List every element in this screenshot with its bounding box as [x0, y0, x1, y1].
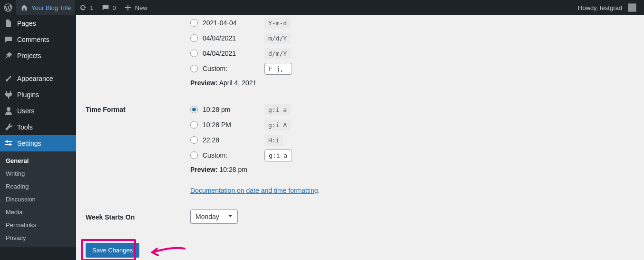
pin-icon [4, 51, 13, 60]
preview-label: Preview: [190, 79, 218, 87]
datetime-doc-link[interactable]: Documentation on date and time formattin… [190, 187, 318, 194]
annotation-arrow-icon [147, 246, 185, 260]
howdy-text: Howdy, testgrad [578, 4, 622, 11]
adminbar-right: Howdy, testgrad [574, 0, 644, 15]
select-value: Monday [195, 213, 219, 220]
date-format-options: 2021-04-04 Y-m-d 04/04/2021 m/d/Y 04/04/… [190, 15, 634, 87]
date-option-custom[interactable]: Custom: [190, 61, 634, 76]
time-format-row: Time Format 10:28 pm g:i a 10:28 PM g:i … [86, 102, 634, 194]
date-preview: Preview: April 4, 2021 [190, 79, 634, 87]
week-start-heading: Week Starts On [86, 210, 190, 221]
chevron-down-icon [227, 213, 234, 221]
submenu-permalinks[interactable]: Permalinks [0, 219, 76, 231]
radio-label: 22:28 [203, 136, 260, 144]
plus-icon [124, 3, 132, 12]
format-code: Y-m-d [264, 18, 291, 29]
submenu-general[interactable]: General [0, 154, 76, 167]
admin-sidebar: Pages Comments Projects Appearance Plugi… [0, 15, 76, 260]
week-start-select[interactable]: Monday [190, 210, 238, 224]
submenu-reading[interactable]: Reading [0, 180, 76, 193]
radio-label: Custom: [203, 65, 260, 72]
comments-link[interactable]: 0 [98, 0, 120, 15]
week-start-row: Week Starts On Monday [86, 210, 634, 224]
site-home-link[interactable]: Your Blog Title [16, 0, 75, 15]
sidebar-item-label: Comments [17, 36, 49, 43]
time-option-custom[interactable]: Custom: [190, 148, 634, 163]
time-option-Hi[interactable]: 22:28 H:i [190, 132, 634, 148]
wordpress-icon [4, 3, 12, 12]
plugin-icon [4, 90, 13, 100]
date-option-dmy[interactable]: 04/04/2021 d/m/Y [190, 46, 634, 61]
radio-label: 2021-04-04 [203, 19, 260, 27]
radio-input[interactable] [190, 19, 198, 27]
submenu-discussion[interactable]: Discussion [0, 193, 76, 206]
sidebar-item-appearance[interactable]: Appearance [0, 70, 76, 87]
format-code: m/d/Y [264, 33, 291, 44]
new-content-link[interactable]: New [120, 0, 151, 15]
sidebar-item-pages[interactable]: Pages [0, 15, 76, 31]
radio-input[interactable] [190, 121, 198, 129]
time-format-options: 10:28 pm g:i a 10:28 PM g:i A 22:28 H:i … [190, 102, 634, 194]
radio-input[interactable] [190, 106, 198, 113]
save-changes-button[interactable]: Save Changes [86, 243, 139, 258]
comments-count: 0 [113, 4, 116, 11]
brush-icon [4, 74, 13, 83]
home-icon [20, 3, 29, 12]
preview-value: 10:28 pm [219, 166, 247, 173]
time-preview: Preview: 10:28 pm [190, 166, 634, 173]
submenu-media[interactable]: Media [0, 206, 76, 219]
new-label: New [135, 4, 147, 11]
wrench-icon [4, 122, 13, 132]
time-custom-input[interactable] [264, 150, 292, 161]
updates-count: 1 [90, 4, 93, 11]
radio-input[interactable] [190, 151, 198, 159]
sidebar-item-label: Settings [17, 140, 41, 147]
sliders-icon [4, 139, 13, 148]
content-area: 2021-04-04 Y-m-d 04/04/2021 m/d/Y 04/04/… [76, 15, 644, 260]
sidebar-item-comments[interactable]: Comments [0, 31, 76, 48]
updates-link[interactable]: 1 [75, 0, 97, 15]
sidebar-item-label: Pages [17, 20, 36, 27]
comments-menu-icon [4, 35, 13, 44]
sidebar-item-label: Users [17, 107, 35, 115]
sidebar-item-projects[interactable]: Projects [0, 48, 76, 64]
radio-input[interactable] [190, 34, 198, 42]
radio-input[interactable] [190, 65, 198, 72]
time-option-giA[interactable]: 10:28 PM g:i A [190, 117, 634, 132]
format-code: d/m/Y [264, 48, 291, 59]
date-format-row: 2021-04-04 Y-m-d 04/04/2021 m/d/Y 04/04/… [86, 15, 634, 87]
format-code: H:i [264, 135, 283, 146]
submenu-privacy[interactable]: Privacy [0, 231, 76, 244]
save-area: Save Changes [86, 243, 139, 258]
settings-submenu: General Writing Reading Discussion Media… [0, 151, 76, 247]
date-option-ymd[interactable]: 2021-04-04 Y-m-d [190, 15, 634, 30]
sidebar-item-label: Projects [17, 52, 41, 60]
avatar [628, 3, 636, 12]
week-start-field: Monday [190, 210, 634, 224]
doc-suffix: . [318, 187, 320, 194]
time-option-gia[interactable]: 10:28 pm g:i a [190, 102, 634, 117]
format-code: g:i a [264, 104, 291, 115]
adminbar-left: Your Blog Title 1 0 New [0, 0, 151, 15]
submenu-writing[interactable]: Writing [0, 167, 76, 180]
preview-label: Preview: [190, 166, 218, 173]
sidebar-item-label: Appearance [17, 75, 53, 82]
sidebar-item-tools[interactable]: Tools [0, 119, 76, 135]
menu-separator [0, 64, 76, 70]
radio-input[interactable] [190, 50, 198, 57]
sidebar-item-settings[interactable]: Settings [0, 135, 76, 151]
radio-input[interactable] [190, 136, 198, 144]
radio-label: 04/04/2021 [203, 34, 260, 42]
my-account-link[interactable]: Howdy, testgrad [574, 0, 640, 15]
radio-label: Custom: [203, 151, 260, 159]
comments-icon [101, 3, 110, 12]
user-icon [4, 106, 13, 116]
format-code: g:i A [264, 120, 291, 130]
date-option-mdy[interactable]: 04/04/2021 m/d/Y [190, 30, 634, 46]
sidebar-item-plugins[interactable]: Plugins [0, 87, 76, 103]
date-custom-input[interactable] [264, 63, 292, 75]
sidebar-item-users[interactable]: Users [0, 103, 76, 119]
sidebar-item-label: Plugins [17, 91, 39, 99]
wp-logo-menu[interactable] [0, 0, 16, 15]
radio-label: 04/04/2021 [203, 50, 260, 57]
